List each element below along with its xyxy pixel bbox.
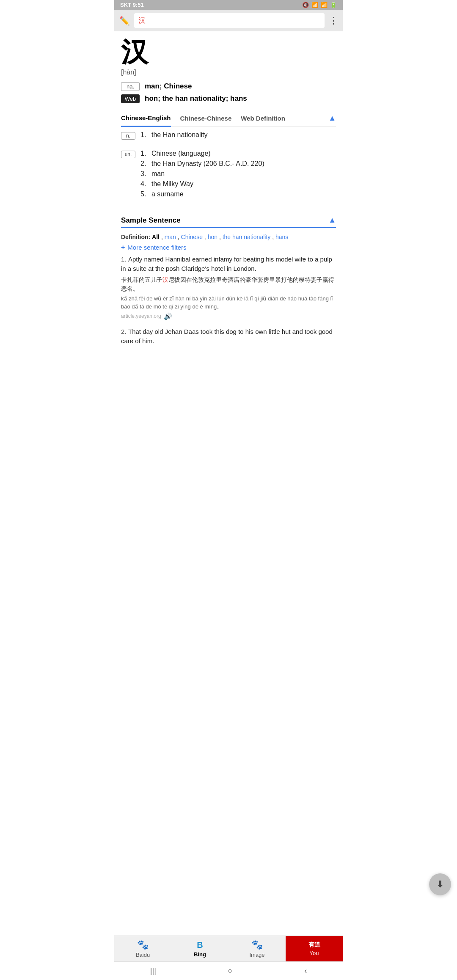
filter-hon[interactable]: hon	[208, 234, 217, 240]
def-un-4: 4. the Milky Way	[140, 180, 336, 188]
def-un-3: 3. man	[140, 170, 336, 178]
sentence-1-source: article.yeeyan.org 🔊	[121, 312, 336, 320]
quick-def-na-text: man; Chinese	[145, 82, 336, 91]
wifi-icon: 📶	[311, 2, 318, 8]
dict-entry-un: un. 1. Chinese (language) 2. the Han Dyn…	[121, 150, 336, 201]
more-filters-label: More sentence filters	[127, 244, 186, 251]
def-un-1: 1. Chinese (language)	[140, 150, 336, 157]
more-filters-button[interactable]: + More sentence filters	[121, 244, 336, 255]
sentence-1-en: 1. Aptly named Hannibal earned infamy fo…	[121, 255, 336, 274]
filter-man[interactable]: man	[165, 234, 176, 240]
collapse-icon[interactable]: ▲	[328, 114, 336, 123]
badge-web: Web	[121, 94, 140, 103]
character-hanzi: 汉	[121, 37, 336, 67]
filter-hans[interactable]: hans	[275, 234, 288, 240]
carrier-time: SKT 9:51	[120, 2, 144, 8]
tab-web-definition[interactable]: Web Definition	[241, 110, 285, 126]
badge-na: na.	[121, 82, 140, 91]
dict-entry-n: n. 1. the Han nationality	[121, 131, 336, 141]
filter-han-nationality[interactable]: the han nationality	[223, 234, 271, 240]
battery-icon: 🔋	[330, 2, 337, 8]
plus-icon: +	[121, 244, 125, 251]
mute-icon: 🔇	[302, 2, 309, 8]
def-un-5: 5. a surname	[140, 190, 336, 198]
quick-def-web-text: hon; the han nationality; hans	[145, 94, 336, 103]
top-bar: ✏️ 汉 ⋮	[114, 10, 343, 31]
dict-section: n. 1. the Han nationality un. 1. Chinese…	[121, 127, 336, 209]
filter-row: Definition: All , man , Chinese , hon , …	[121, 228, 336, 243]
def-n-1: 1. the Han nationality	[140, 131, 336, 139]
search-input-text: 汉	[138, 16, 146, 25]
sample-sentence-collapse[interactable]: ▲	[328, 216, 336, 225]
def-un-2: 2. the Han Dynasty (206 B.C.- A.D. 220)	[140, 160, 336, 168]
status-bar: SKT 9:51 🔇 📶 📶 🔋	[114, 0, 343, 10]
pos-badge-n: n.	[121, 132, 135, 140]
main-content: 汉 [hàn] na. man; Chinese Web hon; the ha…	[114, 31, 343, 412]
tab-chinese-chinese[interactable]: Chinese-Chinese	[180, 110, 232, 126]
more-menu-icon[interactable]: ⋮	[329, 15, 338, 26]
character-pinyin: [hàn]	[121, 69, 336, 76]
status-icons: 🔇 📶 📶 🔋	[302, 2, 337, 8]
sentence-2: 2. That day old Jehan Daas took this dog…	[121, 327, 336, 346]
edit-icon[interactable]: ✏️	[119, 16, 130, 26]
entry-defs-n: 1. the Han nationality	[140, 131, 336, 141]
sample-sentence-title: Sample Sentence	[121, 216, 181, 225]
tab-bar: Chinese-English Chinese-Chinese Web Defi…	[121, 110, 336, 127]
sentence-2-en: 2. That day old Jehan Daas took this dog…	[121, 327, 336, 346]
entry-defs-un: 1. Chinese (language) 2. the Han Dynasty…	[140, 150, 336, 201]
sentence-1-pinyin: kǎ zhā fēi de wǔ ér zǐ hàn ní bá yīn zài…	[121, 295, 336, 311]
quick-def-na: na. man; Chinese	[121, 82, 336, 91]
speaker-icon-1[interactable]: 🔊	[164, 312, 172, 320]
sample-sentence-header: Sample Sentence ▲	[121, 211, 336, 228]
filter-label: Definition:	[121, 234, 150, 240]
filter-chinese[interactable]: Chinese	[181, 234, 203, 240]
search-input-container[interactable]: 汉	[134, 13, 325, 28]
signal-icon: 📶	[321, 2, 328, 8]
pos-badge-un: un.	[121, 151, 135, 158]
filter-all[interactable]: All	[152, 234, 160, 240]
sentence-1: 1. Aptly named Hannibal earned infamy fo…	[121, 255, 336, 320]
quick-def-web: Web hon; the han nationality; hans	[121, 94, 336, 103]
sentence-1-cn: 卡扎菲的五儿子汉尼拔因在伦敦克拉里奇酒店的豪华套房里暴打他的模特妻子赢得恶名。	[121, 275, 336, 293]
tab-chinese-english[interactable]: Chinese-English	[121, 110, 171, 127]
